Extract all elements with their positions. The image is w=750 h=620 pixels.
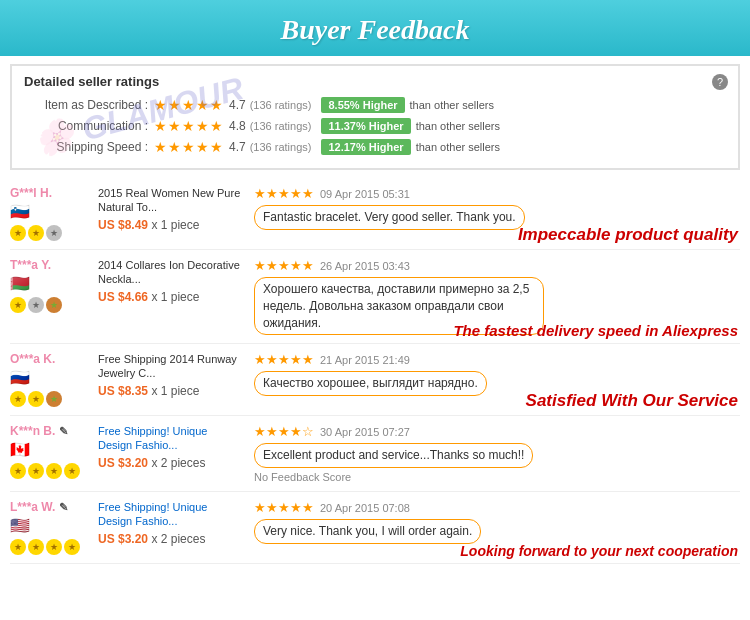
than-sellers: than other sellers	[416, 120, 500, 132]
product-link[interactable]: Free Shipping! Unique Design Fashio...	[98, 501, 207, 527]
medals: ★★★★	[10, 463, 90, 479]
medal-icon: ★	[28, 463, 44, 479]
ratings-section: 🌸 GLAMOUR Detailed seller ratings ? Item…	[10, 64, 740, 170]
country-flag: 🇸🇮	[10, 202, 90, 221]
country-flag: 🇨🇦	[10, 440, 90, 459]
medal-icon: ★	[28, 539, 44, 555]
medals: ★★★	[10, 297, 90, 313]
higher-badge: 8.55% Higher	[321, 97, 404, 113]
medal-icon: ★	[10, 297, 26, 313]
product-price: US $3.20 x 2 pieces	[98, 456, 242, 470]
reviewer-name: L***a W. ✎	[10, 500, 68, 514]
rating-row: Shipping Speed : ★★★★★ 4.7 (136 ratings)…	[24, 139, 726, 155]
medal-icon: ★	[46, 225, 62, 241]
review-stars-row: ★★★★★ 20 Apr 2015 07:08	[254, 500, 736, 515]
review-col: ★★★★☆ 30 Apr 2015 07:27 Excellent produc…	[250, 424, 740, 483]
review-stars: ★★★★☆	[254, 424, 314, 439]
medals: ★★★	[10, 391, 90, 407]
medal-icon: ★	[64, 539, 80, 555]
review-row: O***a K. 🇷🇺 ★★★ Free Shipping 2014 Runwa…	[10, 344, 740, 416]
review-text: Very nice. Thank you, I will order again…	[254, 519, 481, 544]
review-date: 26 Apr 2015 03:43	[320, 260, 410, 272]
review-stars-row: ★★★★★ 09 Apr 2015 05:31	[254, 186, 736, 201]
medal-icon: ★	[46, 539, 62, 555]
annotation-text: Looking forward to your next cooperation	[460, 543, 738, 559]
reviewer-name: K***n B. ✎	[10, 424, 68, 438]
rating-count: (136 ratings)	[250, 120, 312, 132]
review-text: Fantastic bracelet. Very good seller. Th…	[254, 205, 525, 230]
medals: ★★★★	[10, 539, 90, 555]
product-link[interactable]: Free Shipping! Unique Design Fashio...	[98, 425, 207, 451]
than-sellers: than other sellers	[416, 141, 500, 153]
reviewer-name: G***l H.	[10, 186, 52, 200]
rating-label: Communication :	[24, 119, 154, 133]
country-flag: 🇧🇾	[10, 274, 90, 293]
product-price: US $4.66 x 1 piece	[98, 290, 242, 304]
review-col: ★★★★★ 21 Apr 2015 21:49 Качество хорошее…	[250, 352, 740, 407]
medal-icon: ★	[28, 391, 44, 407]
rating-row: Communication : ★★★★★ 4.8 (136 ratings) …	[24, 118, 726, 134]
review-text: Excellent product and service...Thanks s…	[254, 443, 533, 468]
review-date: 20 Apr 2015 07:08	[320, 502, 410, 514]
rating-count: (136 ratings)	[250, 141, 312, 153]
review-text: Качество хорошее, выглядит нарядно.	[254, 371, 487, 396]
medal-icon: ★	[28, 225, 44, 241]
reviewer-name: O***a K.	[10, 352, 55, 366]
medal-icon: ★	[46, 391, 62, 407]
review-date: 30 Apr 2015 07:27	[320, 426, 410, 438]
page-title: Buyer Feedback	[0, 14, 750, 46]
medals: ★★★	[10, 225, 90, 241]
review-date: 09 Apr 2015 05:31	[320, 188, 410, 200]
product-price: US $3.20 x 2 pieces	[98, 532, 242, 546]
rating-row: Item as Described : ★★★★★ 4.7 (136 ratin…	[24, 97, 726, 113]
review-col: ★★★★★ 20 Apr 2015 07:08 Very nice. Thank…	[250, 500, 740, 555]
rating-stars: ★★★★★	[154, 139, 224, 155]
review-stars: ★★★★★	[254, 352, 314, 367]
product-price: US $8.49 x 1 piece	[98, 218, 242, 232]
review-stars: ★★★★★	[254, 500, 314, 515]
medal-icon: ★	[64, 463, 80, 479]
review-list: G***l H. 🇸🇮 ★★★ 2015 Real Women New Pure…	[10, 178, 740, 564]
product-link[interactable]: 2015 Real Women New Pure Natural To...	[98, 187, 240, 213]
reviewer-col: L***a W. ✎ 🇺🇸 ★★★★	[10, 500, 90, 555]
rating-stars: ★★★★★	[154, 118, 224, 134]
medal-icon: ★	[10, 225, 26, 241]
review-date: 21 Apr 2015 21:49	[320, 354, 410, 366]
rating-count: (136 ratings)	[250, 99, 312, 111]
product-link[interactable]: 2014 Collares Ion Decorative Neckla...	[98, 259, 240, 285]
than-sellers: than other sellers	[410, 99, 494, 111]
medal-icon: ★	[46, 297, 62, 313]
rating-value: 4.7	[229, 98, 246, 112]
product-col: 2014 Collares Ion Decorative Neckla... U…	[90, 258, 250, 335]
country-flag: 🇺🇸	[10, 516, 90, 535]
reviewer-col: O***a K. 🇷🇺 ★★★	[10, 352, 90, 407]
higher-badge: 12.17% Higher	[321, 139, 410, 155]
annotation-text: The fastest delivery speed in Aliexpress	[453, 322, 738, 339]
product-link[interactable]: Free Shipping 2014 Runway Jewelry C...	[98, 353, 237, 379]
reviewer-name: T***a Y.	[10, 258, 51, 272]
rating-value: 4.8	[229, 119, 246, 133]
product-col: Free Shipping! Unique Design Fashio... U…	[90, 424, 250, 483]
medal-icon: ★	[10, 463, 26, 479]
review-stars: ★★★★★	[254, 258, 314, 273]
review-stars: ★★★★★	[254, 186, 314, 201]
product-price: US $8.35 x 1 piece	[98, 384, 242, 398]
no-feedback: No Feedback Score	[254, 471, 736, 483]
annotation-text: Satisfied With Our Service	[526, 391, 738, 411]
ratings-title: Detailed seller ratings	[24, 74, 726, 89]
annotation-text: Impeccable product quality	[518, 225, 738, 245]
review-stars-row: ★★★★☆ 30 Apr 2015 07:27	[254, 424, 736, 439]
rating-stars: ★★★★★	[154, 97, 224, 113]
rating-label: Item as Described :	[24, 98, 154, 112]
review-row: K***n B. ✎ 🇨🇦 ★★★★ Free Shipping! Unique…	[10, 416, 740, 492]
medal-icon: ★	[46, 463, 62, 479]
product-col: Free Shipping! Unique Design Fashio... U…	[90, 500, 250, 555]
medal-icon: ★	[28, 297, 44, 313]
country-flag: 🇷🇺	[10, 368, 90, 387]
review-col: ★★★★★ 09 Apr 2015 05:31 Fantastic bracel…	[250, 186, 740, 241]
review-stars-row: ★★★★★ 26 Apr 2015 03:43	[254, 258, 736, 273]
review-stars-row: ★★★★★ 21 Apr 2015 21:49	[254, 352, 736, 367]
medal-icon: ★	[10, 391, 26, 407]
help-icon[interactable]: ?	[712, 74, 728, 90]
rating-value: 4.7	[229, 140, 246, 154]
